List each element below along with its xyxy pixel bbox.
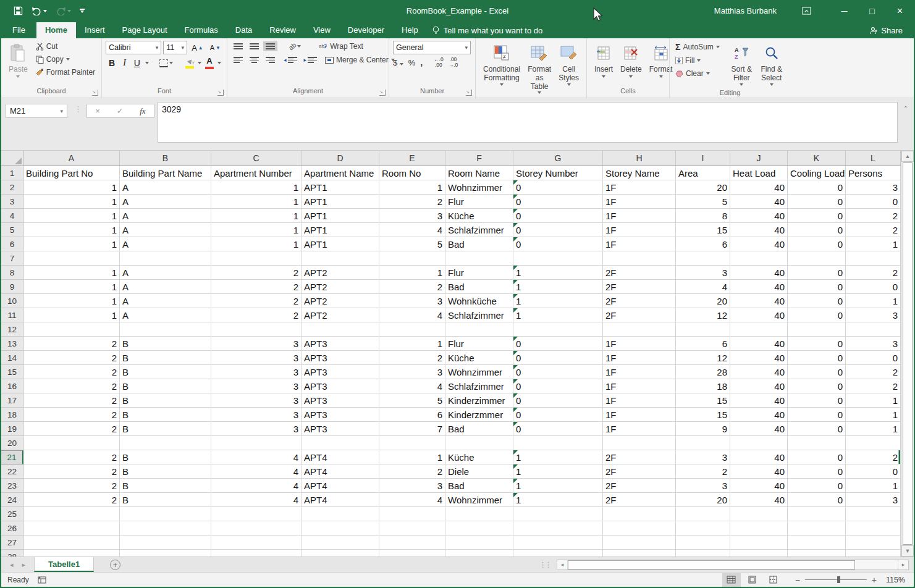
cell-E14[interactable]: 2 bbox=[379, 351, 445, 365]
row-header-23[interactable]: 23 bbox=[1, 479, 23, 493]
cell-K4[interactable]: 0 bbox=[788, 209, 846, 223]
cell-B16[interactable]: B bbox=[120, 379, 211, 393]
cell-H25[interactable] bbox=[603, 507, 676, 521]
cell-B25[interactable] bbox=[120, 507, 211, 521]
cell-A28[interactable] bbox=[23, 550, 120, 556]
decrease-font-size-button[interactable]: A▼ bbox=[208, 42, 223, 53]
cell-K10[interactable]: 0 bbox=[788, 294, 846, 308]
cell-G22[interactable]: 1 bbox=[513, 464, 603, 479]
cell-B19[interactable]: B bbox=[120, 422, 211, 436]
cell-F11[interactable]: Schlafzimmer bbox=[445, 308, 513, 322]
cell-A14[interactable]: 2 bbox=[23, 351, 120, 365]
cell-L17[interactable]: 1 bbox=[846, 393, 901, 408]
cell-I13[interactable]: 6 bbox=[676, 337, 730, 351]
close-button[interactable]: × bbox=[886, 0, 914, 22]
font-size-select[interactable]: 11▾ bbox=[163, 41, 187, 54]
cell-C13[interactable]: 3 bbox=[211, 337, 301, 351]
row-header-10[interactable]: 10 bbox=[1, 294, 23, 308]
cell-K8[interactable]: 0 bbox=[788, 266, 846, 280]
cell-B9[interactable]: A bbox=[120, 280, 211, 294]
column-header-B[interactable]: B bbox=[120, 151, 211, 166]
cell-K25[interactable] bbox=[788, 507, 846, 521]
cell-J2[interactable]: 40 bbox=[730, 180, 788, 195]
fill-color-button[interactable] bbox=[183, 58, 196, 69]
cell-G10[interactable]: 1 bbox=[513, 294, 603, 308]
cell-F27[interactable] bbox=[445, 536, 513, 550]
insert-function-button[interactable]: fx bbox=[140, 106, 145, 116]
cell-A3[interactable]: 1 bbox=[23, 195, 120, 209]
cell-L12[interactable] bbox=[846, 322, 901, 337]
cell-J15[interactable]: 40 bbox=[730, 365, 788, 379]
cell-F2[interactable]: Wohnzimmer bbox=[445, 180, 513, 195]
cell-K20[interactable] bbox=[788, 436, 846, 450]
cell-A11[interactable]: 1 bbox=[23, 308, 120, 322]
cell-C12[interactable] bbox=[211, 322, 301, 337]
cell-G12[interactable] bbox=[513, 322, 603, 337]
cell-L3[interactable]: 0 bbox=[846, 195, 901, 209]
cell-D12[interactable] bbox=[301, 322, 379, 337]
column-header-F[interactable]: F bbox=[445, 151, 513, 166]
cell-B14[interactable]: B bbox=[120, 351, 211, 365]
column-header-E[interactable]: E bbox=[379, 151, 445, 166]
cell-E15[interactable]: 3 bbox=[379, 365, 445, 379]
name-box[interactable]: M21 ▾ bbox=[6, 104, 67, 118]
cell-G1[interactable]: Storey Number bbox=[513, 166, 603, 180]
align-right-button[interactable] bbox=[263, 55, 277, 65]
customize-qat-button[interactable] bbox=[80, 9, 85, 13]
name-box-dropdown[interactable]: ▾ bbox=[60, 108, 63, 114]
cell-B1[interactable]: Building Part Name bbox=[120, 166, 211, 180]
cell-A6[interactable]: 1 bbox=[23, 237, 120, 251]
row-header-13[interactable]: 13 bbox=[1, 337, 23, 351]
cell-E19[interactable]: 7 bbox=[379, 422, 445, 436]
cell-B17[interactable]: B bbox=[120, 393, 211, 408]
cell-C5[interactable]: 1 bbox=[211, 223, 301, 237]
cell-I21[interactable]: 3 bbox=[676, 450, 730, 464]
cell-J23[interactable]: 40 bbox=[730, 479, 788, 493]
row-header-19[interactable]: 19 bbox=[1, 422, 23, 436]
cell-E12[interactable] bbox=[379, 322, 445, 337]
cell-A1[interactable]: Building Part No bbox=[23, 166, 120, 180]
row-header-18[interactable]: 18 bbox=[1, 408, 23, 422]
cell-A24[interactable]: 2 bbox=[23, 493, 120, 507]
cell-F19[interactable]: Bad bbox=[445, 422, 513, 436]
underline-dropdown[interactable] bbox=[145, 62, 149, 64]
cell-A21[interactable]: 2 bbox=[23, 450, 120, 464]
cell-E11[interactable]: 4 bbox=[379, 308, 445, 322]
conditional-formatting-button[interactable]: ≠ Conditional Formatting bbox=[479, 41, 524, 88]
alignment-dialog-launcher[interactable]: ↘ bbox=[379, 90, 386, 96]
cell-K6[interactable]: 0 bbox=[788, 237, 846, 251]
cell-B8[interactable]: A bbox=[120, 266, 211, 280]
font-color-button[interactable]: A bbox=[203, 57, 216, 69]
tab-page-layout[interactable]: Page Layout bbox=[114, 22, 176, 38]
italic-button[interactable]: I bbox=[120, 57, 129, 69]
cell-H19[interactable]: 1F bbox=[603, 422, 676, 436]
cell-C1[interactable]: Apartment Number bbox=[211, 166, 301, 180]
cell-F25[interactable] bbox=[445, 507, 513, 521]
cell-F23[interactable]: Bad bbox=[445, 479, 513, 493]
cell-J5[interactable]: 40 bbox=[730, 223, 788, 237]
cell-G17[interactable]: 0 bbox=[513, 393, 603, 408]
vertical-scroll-thumb[interactable] bbox=[903, 162, 913, 545]
normal-view-button[interactable] bbox=[722, 573, 741, 587]
tab-home[interactable]: Home bbox=[36, 22, 76, 38]
row-header-22[interactable]: 22 bbox=[1, 464, 23, 479]
cell-C11[interactable]: 2 bbox=[211, 308, 301, 322]
cell-K11[interactable]: 0 bbox=[788, 308, 846, 322]
cell-D27[interactable] bbox=[301, 536, 379, 550]
tab-developer[interactable]: Developer bbox=[339, 22, 393, 38]
row-header-12[interactable]: 12 bbox=[1, 322, 23, 337]
cell-C4[interactable]: 1 bbox=[211, 209, 301, 223]
cell-A15[interactable]: 2 bbox=[23, 365, 120, 379]
autosum-button[interactable]: Σ AutoSum bbox=[673, 41, 727, 53]
cell-F15[interactable]: Wohnzimmer bbox=[445, 365, 513, 379]
cell-D23[interactable]: APT4 bbox=[301, 479, 379, 493]
cell-F7[interactable] bbox=[445, 251, 513, 266]
cell-H13[interactable]: 1F bbox=[603, 337, 676, 351]
cell-C23[interactable]: 4 bbox=[211, 479, 301, 493]
confirm-entry-button[interactable]: ✓ bbox=[117, 106, 124, 116]
find-select-button[interactable]: Find & Select bbox=[757, 41, 787, 88]
row-header-26[interactable]: 26 bbox=[1, 521, 23, 536]
cell-B23[interactable]: B bbox=[120, 479, 211, 493]
sort-filter-button[interactable]: AZ Sort & Filter bbox=[727, 41, 757, 88]
cell-F16[interactable]: Schlafzimmer bbox=[445, 379, 513, 393]
